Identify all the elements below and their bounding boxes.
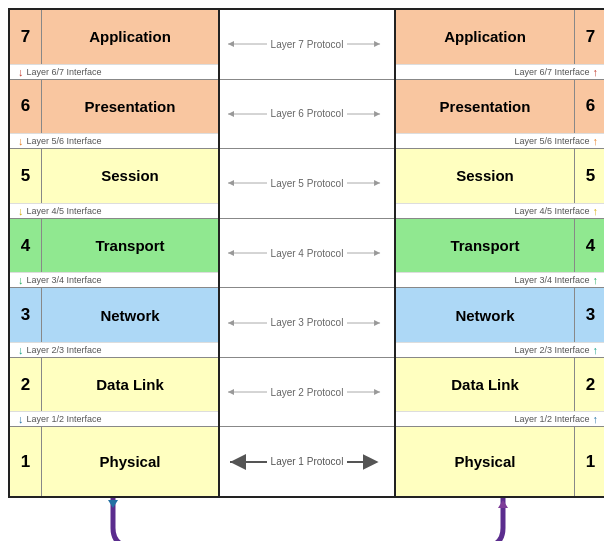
right-name-6: Presentation <box>396 80 574 134</box>
right-num-2: 2 <box>574 358 604 412</box>
right-name-1: Physical <box>396 427 574 496</box>
left-iface-2-1: ↓ Layer 1/2 Interface <box>10 411 218 426</box>
left-iface-7-6: ↓ Layer 6/7 Interface <box>10 64 218 79</box>
left-layer-1: 1 Physical <box>10 427 218 496</box>
middle-proto-6: Layer 6 Protocol <box>220 80 394 150</box>
proto-label-4: Layer 4 Protocol <box>267 248 348 259</box>
right-layer-2: Data Link 2 Layer 1/2 Interface ↑ <box>396 358 604 428</box>
osi-diagram: 7 Application ↓ Layer 6/7 Interface 6 Pr… <box>0 0 604 541</box>
right-iface-6-5: Layer 5/6 Interface ↑ <box>396 133 604 148</box>
left-iface-6-5: ↓ Layer 5/6 Interface <box>10 133 218 148</box>
left-layer-6: 6 Presentation ↓ Layer 5/6 Interface <box>10 80 218 150</box>
right-iface-3-2: Layer 2/3 Interface ↑ <box>396 342 604 357</box>
right-layer-3: Network 3 Layer 2/3 Interface ↑ <box>396 288 604 358</box>
right-iface-2-1: Layer 1/2 Interface ↑ <box>396 411 604 426</box>
right-name-4: Transport <box>396 219 574 273</box>
left-num-4: 4 <box>10 219 42 273</box>
right-iface-4-3: Layer 3/4 Interface ↑ <box>396 272 604 287</box>
middle-proto-7: Layer 7 Protocol <box>220 10 394 80</box>
right-num-5: 5 <box>574 149 604 203</box>
right-name-7: Application <box>396 10 574 64</box>
left-name-6: Presentation <box>42 80 218 134</box>
right-stack: Application 7 Layer 6/7 Interface ↑ Pres… <box>396 10 604 496</box>
right-name-2: Data Link <box>396 358 574 412</box>
svg-marker-24 <box>498 500 508 508</box>
right-layer-6: Presentation 6 Layer 5/6 Interface ↑ <box>396 80 604 150</box>
right-iface-5-4: Layer 4/5 Interface ↑ <box>396 203 604 218</box>
proto-label-5: Layer 5 Protocol <box>267 178 348 189</box>
left-num-5: 5 <box>10 149 42 203</box>
left-name-1: Physical <box>42 427 218 496</box>
left-num-6: 6 <box>10 80 42 134</box>
left-layer-3: 3 Network ↓ Layer 2/3 Interface <box>10 288 218 358</box>
right-layer-5: Session 5 Layer 4/5 Interface ↑ <box>396 149 604 219</box>
proto-label-1: Layer 1 Protocol <box>267 456 348 467</box>
left-layer-7: 7 Application ↓ Layer 6/7 Interface <box>10 10 218 80</box>
svg-marker-23 <box>108 500 118 508</box>
left-layer-5: 5 Session ↓ Layer 4/5 Interface <box>10 149 218 219</box>
left-stack: 7 Application ↓ Layer 6/7 Interface 6 Pr… <box>10 10 220 496</box>
left-iface-4-3: ↓ Layer 3/4 Interface <box>10 272 218 287</box>
proto-label-3: Layer 3 Protocol <box>267 317 348 328</box>
right-num-7: 7 <box>574 10 604 64</box>
left-num-3: 3 <box>10 288 42 342</box>
right-num-1: 1 <box>574 427 604 496</box>
proto-label-7: Layer 7 Protocol <box>267 39 348 50</box>
left-layer-2: 2 Data Link ↓ Layer 1/2 Interface <box>10 358 218 428</box>
left-num-1: 1 <box>10 427 42 496</box>
middle-proto-2: Layer 2 Protocol <box>220 358 394 428</box>
left-iface-3-2: ↓ Layer 2/3 Interface <box>10 342 218 357</box>
bottom-arrows-svg <box>8 498 604 541</box>
left-name-4: Transport <box>42 219 218 273</box>
right-name-5: Session <box>396 149 574 203</box>
left-num-2: 2 <box>10 358 42 412</box>
right-num-4: 4 <box>574 219 604 273</box>
middle-proto-5: Layer 5 Protocol <box>220 149 394 219</box>
middle-stack: Layer 7 Protocol Layer 6 Protocol Laye <box>220 10 396 496</box>
middle-proto-4: Layer 4 Protocol <box>220 219 394 289</box>
bottom-curves <box>8 498 604 541</box>
middle-proto-1: Layer 1 Protocol <box>220 427 394 496</box>
left-name-2: Data Link <box>42 358 218 412</box>
right-layer-7: Application 7 Layer 6/7 Interface ↑ <box>396 10 604 80</box>
left-iface-5-4: ↓ Layer 4/5 Interface <box>10 203 218 218</box>
left-layer-4: 4 Transport ↓ Layer 3/4 Interface <box>10 219 218 289</box>
right-name-3: Network <box>396 288 574 342</box>
left-name-3: Network <box>42 288 218 342</box>
right-num-6: 6 <box>574 80 604 134</box>
proto-label-6: Layer 6 Protocol <box>267 108 348 119</box>
left-name-5: Session <box>42 149 218 203</box>
right-num-3: 3 <box>574 288 604 342</box>
middle-proto-3: Layer 3 Protocol <box>220 288 394 358</box>
left-num-7: 7 <box>10 10 42 64</box>
left-name-7: Application <box>42 10 218 64</box>
right-layer-1: Physical 1 <box>396 427 604 496</box>
right-layer-4: Transport 4 Layer 3/4 Interface ↑ <box>396 219 604 289</box>
proto-label-2: Layer 2 Protocol <box>267 387 348 398</box>
right-iface-7-6: Layer 6/7 Interface ↑ <box>396 64 604 79</box>
